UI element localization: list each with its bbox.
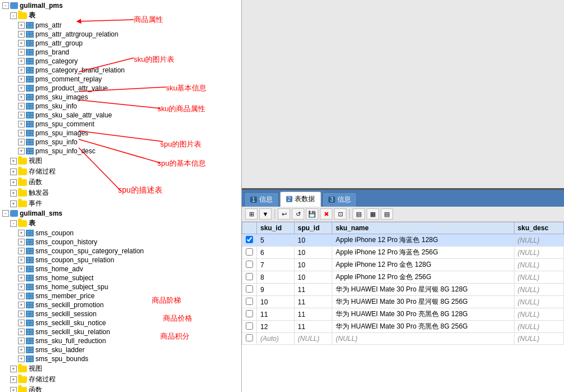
expand-icon[interactable]: + [10,376,17,383]
expand-icon[interactable]: + [18,320,25,326]
expand-icon[interactable]: + [18,311,25,317]
row-checkbox[interactable] [246,261,253,268]
expand-icon[interactable]: + [18,266,25,272]
expand-icon[interactable]: + [18,347,25,353]
table-pms-brand[interactable]: + pms_brand [0,48,241,57]
table-sms-sku-ladder[interactable]: + sms_sku_ladder [0,345,241,354]
expand-icon[interactable]: + [10,366,17,372]
table-row[interactable]: 510Apple iPhone 12 Pro 海蓝色 128G(NULL) [242,234,564,247]
expand-icon[interactable]: - [10,12,17,19]
table-row[interactable]: 1011华为 HUAWEI Mate 30 Pro 星河银 8G 256G(NU… [242,296,564,308]
folder-procedures-pms[interactable]: + 存储过程 [0,166,241,177]
table-sms-seckill-sku-notice[interactable]: + sms_seckill_sku_notice [0,318,241,327]
table-pms-category[interactable]: + pms_category [0,57,241,66]
row-checkbox[interactable] [246,236,253,243]
expand-icon[interactable]: + [18,338,25,344]
folder-views-sms[interactable]: + 视图 [0,363,241,374]
row-checkbox[interactable] [246,310,253,317]
table-sms-seckill-session[interactable]: + sms_seckill_session [0,309,241,318]
expand-icon[interactable]: + [18,40,25,47]
table-pms-sku-sale-attr[interactable]: + pms_sku_sale_attr_value [0,111,241,120]
table-sms-seckill-sku-relation[interactable]: + sms_seckill_sku_relation [0,327,241,336]
table-sms-coupon[interactable]: + sms_coupon [0,229,241,238]
expand-icon[interactable]: + [18,94,25,101]
table-row[interactable]: 810Apple iPhone 12 Pro 金色 256G(NULL) [242,271,564,284]
table-pms-attr-group[interactable]: + pms_attr_group [0,39,241,48]
table-pms-category-brand[interactable]: + pms_category_brand_relation [0,66,241,75]
table-row[interactable]: 610Apple iPhone 12 Pro 海蓝色 256G(NULL) [242,247,564,259]
row-checkbox[interactable] [246,298,253,305]
folder-functions-sms[interactable]: + 函数 [0,385,241,392]
expand-icon[interactable]: + [18,121,25,127]
expand-icon[interactable]: + [18,58,25,65]
table-sms-sku-full-reduction[interactable]: + sms_sku_full_reduction [0,336,241,345]
tab-info-3[interactable]: 3 信息 [322,192,357,207]
toolbar-col-btn1[interactable]: ▤ [353,208,365,220]
folder-triggers-pms[interactable]: + 触发器 [0,188,241,198]
row-checkbox[interactable] [246,285,253,293]
expand-icon[interactable]: + [18,112,25,118]
toolbar-back-btn[interactable]: ↩ [278,208,290,220]
toolbar-delete-btn[interactable]: ✖ [320,208,332,220]
expand-icon[interactable]: + [10,190,17,197]
toolbar-save-btn[interactable]: 💾 [306,208,318,220]
table-pms-spu-info-desc[interactable]: + pms_spu_info_desc [0,147,241,156]
table-sms-home-subject[interactable]: + sms_home_subject [0,274,241,282]
table-pms-spu-comment[interactable]: + pms_spu_comment [0,120,241,129]
expand-icon[interactable]: + [10,168,17,175]
folder-tables-pms[interactable]: - 表 [0,10,241,21]
folder-functions-pms[interactable]: + 函数 [0,177,241,188]
expand-icon[interactable]: + [10,179,17,186]
expand-icon[interactable]: + [18,67,25,74]
db-gulimall-pms[interactable]: - gulimall_pms [0,1,241,10]
tab-info-1[interactable]: 1 信息 [244,192,279,207]
expand-icon[interactable]: + [18,355,25,362]
table-sms-home-subject-spu[interactable]: + sms_home_subject_spu [0,282,241,291]
expand-icon[interactable]: + [18,85,25,92]
table-pms-spu-info[interactable]: + pms_spu_info [0,138,241,147]
row-checkbox[interactable] [246,334,253,341]
expand-icon[interactable]: + [18,49,25,56]
folder-views-pms[interactable]: + 视图 [0,156,241,166]
expand-icon[interactable]: + [10,387,17,393]
expand-icon[interactable]: + [18,239,25,245]
table-sms-coupon-spu-rel[interactable]: + sms_coupon_spu_relation [0,256,241,265]
table-pms-spu-images[interactable]: + pms_spu_images [0,129,241,138]
table-row[interactable]: (Auto)(NULL)(NULL)(NULL) [242,333,564,345]
expand-icon[interactable]: - [2,210,9,217]
table-pms-sku-images[interactable]: + pms_sku_images [0,93,241,102]
expand-icon[interactable]: - [10,220,17,227]
table-sms-spu-bounds[interactable]: + sms_spu_bounds [0,354,241,363]
expand-icon[interactable]: + [18,230,25,236]
table-sms-coupon-spu-cat[interactable]: + sms_coupon_spu_category_relation [0,247,241,256]
expand-icon[interactable]: + [18,293,25,299]
table-sms-member-price[interactable]: + sms_member_price [0,291,241,300]
expand-icon[interactable]: + [18,302,25,308]
db-gulimall-sms[interactable]: - gulimall_sms [0,209,241,218]
folder-tables-sms[interactable]: - 表 [0,218,241,229]
toolbar-col-btn3[interactable]: ▤ [381,208,393,220]
expand-icon[interactable]: + [10,158,17,165]
table-sms-home-adv[interactable]: + sms_home_adv [0,265,241,274]
toolbar-filter-btn[interactable]: ⊡ [334,208,346,220]
expand-icon[interactable]: + [18,139,25,145]
expand-icon[interactable]: + [18,284,25,290]
table-row[interactable]: 710Apple iPhone 12 Pro 金色 128G(NULL) [242,259,564,271]
table-row[interactable]: 1111华为 HUAWEI Mate 30 Pro 亮黑色 8G 128G(NU… [242,308,564,321]
toolbar-dropdown-btn[interactable]: ▼ [259,208,272,220]
expand-icon[interactable]: + [18,76,25,83]
expand-icon[interactable]: + [18,329,25,335]
expand-icon[interactable]: - [2,2,9,9]
table-pms-attr-attrgroup[interactable]: + pms_attr_attrgroup_relation [0,30,241,39]
table-pms-comment-replay[interactable]: + pms_comment_replay [0,75,241,84]
toolbar-grid-btn[interactable]: ⊞ [245,208,258,220]
table-sms-coupon-history[interactable]: + sms_coupon_history [0,238,241,247]
row-checkbox[interactable] [246,248,253,256]
tab-table-data[interactable]: 2 表数据 [280,192,322,207]
expand-icon[interactable]: + [18,130,25,136]
expand-icon[interactable]: + [18,275,25,281]
folder-procedures-sms[interactable]: + 存储过程 [0,374,241,385]
expand-icon[interactable]: + [18,31,25,38]
table-pms-sku-info[interactable]: + pms_sku_info [0,102,241,111]
expand-icon[interactable]: + [18,22,25,29]
